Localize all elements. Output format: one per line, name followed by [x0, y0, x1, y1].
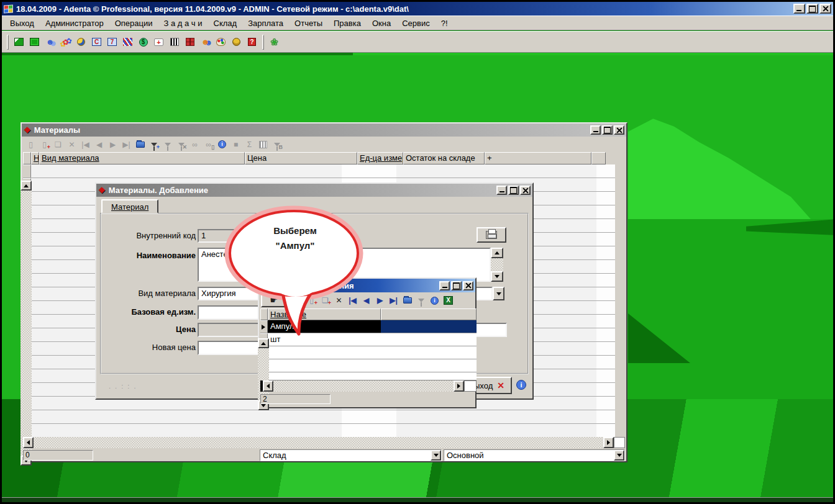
- first-record-icon[interactable]: |◀: [79, 138, 92, 151]
- excel-export-icon[interactable]: X: [442, 294, 455, 307]
- unit-name-cell[interactable]: Ампул: [268, 320, 381, 333]
- help-book-icon[interactable]: ?: [245, 35, 259, 49]
- copy-record-icon[interactable]: ❏+: [319, 294, 332, 307]
- patients-icon[interactable]: ☻: [43, 35, 57, 49]
- scroll-left-button[interactable]: [23, 437, 34, 448]
- open-folder-icon[interactable]: [134, 138, 147, 151]
- unit-row[interactable]: [260, 346, 477, 359]
- unit-name-cell[interactable]: шт: [268, 333, 381, 346]
- close-button[interactable]: [614, 125, 624, 135]
- copy-record-icon[interactable]: ❏: [52, 138, 65, 151]
- palette-icon[interactable]: [214, 35, 228, 49]
- horizontal-scrollbar[interactable]: [23, 437, 614, 448]
- internal-code-field[interactable]: 1: [198, 229, 317, 243]
- prev-record-icon[interactable]: ◀: [360, 294, 373, 307]
- minimize-button[interactable]: [439, 281, 450, 290]
- tab-material[interactable]: Материал: [101, 199, 158, 214]
- stripes-icon[interactable]: [121, 35, 135, 49]
- unit-extra-cell[interactable]: [381, 359, 477, 372]
- schedule-clock-icon[interactable]: [74, 35, 88, 49]
- maximize-button[interactable]: [602, 125, 613, 135]
- unit-name-cell[interactable]: [268, 372, 381, 380]
- info-icon[interactable]: i: [428, 294, 441, 307]
- pricelist-combobox[interactable]: Основной: [444, 449, 625, 461]
- calendar-7-icon[interactable]: 7: [105, 35, 119, 49]
- filter-b-icon[interactable]: B: [270, 138, 283, 151]
- unit-row[interactable]: Ампул: [260, 320, 477, 333]
- print-button[interactable]: [477, 227, 506, 243]
- menu-item[interactable]: Операции: [109, 17, 158, 30]
- toolbar-grip[interactable]: [262, 35, 264, 50]
- minimize-button[interactable]: [793, 4, 805, 14]
- unit-row[interactable]: шт: [260, 333, 477, 346]
- menu-item[interactable]: З а д а ч и: [158, 17, 208, 30]
- stop-icon[interactable]: ■: [229, 138, 242, 151]
- vertical-scrollbar[interactable]: [21, 181, 32, 466]
- unit-name-cell[interactable]: [268, 359, 381, 372]
- delete-record-icon[interactable]: ✕: [332, 294, 345, 307]
- scroll-up-button[interactable]: [258, 338, 269, 348]
- table-row[interactable]: [23, 164, 615, 178]
- maximize-button[interactable]: [451, 281, 462, 290]
- close-button[interactable]: [819, 4, 831, 14]
- edit-image-icon[interactable]: [12, 35, 26, 49]
- name-field-scrollbar[interactable]: [491, 248, 503, 282]
- plugin-flower-icon[interactable]: ❀: [267, 35, 281, 49]
- unit-row[interactable]: [260, 372, 477, 380]
- green-panel-icon[interactable]: [27, 35, 42, 49]
- column-header[interactable]: Остаток на складе: [403, 152, 485, 164]
- minimize-button[interactable]: [496, 186, 507, 195]
- column-header[interactable]: Ед-ца измерения: [357, 152, 403, 164]
- first-aid-icon[interactable]: +: [152, 35, 166, 49]
- menu-item[interactable]: Зарплата: [242, 17, 289, 30]
- barcode-small-icon[interactable]: [257, 138, 270, 151]
- warehouse-combobox[interactable]: Склад: [260, 449, 442, 461]
- column-header[interactable]: [591, 152, 606, 164]
- last-record-icon[interactable]: ▶|: [120, 138, 133, 151]
- column-header[interactable]: Название материала: [31, 152, 39, 164]
- toolbar-grip[interactable]: [7, 35, 9, 50]
- name-field[interactable]: Анестезия: [198, 248, 491, 282]
- scrollbar-track[interactable]: [21, 191, 32, 456]
- unit-extra-cell[interactable]: [381, 333, 477, 346]
- units-titlebar[interactable]: ❖ Единицы измерения: [259, 279, 475, 292]
- column-header[interactable]: Цена: [245, 152, 357, 164]
- holidays-icon[interactable]: ✿: [58, 35, 73, 49]
- column-header[interactable]: +: [485, 152, 591, 164]
- first-record-icon[interactable]: |◀: [346, 294, 359, 307]
- sum-icon[interactable]: Σ: [243, 138, 256, 151]
- minimize-button[interactable]: [590, 125, 601, 135]
- find-replace-icon[interactable]: ∞▯: [202, 138, 215, 151]
- insert-record-icon[interactable]: ▯+: [38, 138, 51, 151]
- delete-record-icon[interactable]: ✕: [65, 138, 78, 151]
- next-record-icon[interactable]: ▶: [106, 138, 119, 151]
- unit-extra-cell[interactable]: [381, 346, 477, 359]
- staff-icon[interactable]: ☻: [198, 35, 212, 49]
- select-record-button[interactable]: ☛: [261, 294, 287, 307]
- scrollbar-track[interactable]: [273, 380, 454, 392]
- open-folder-icon[interactable]: [401, 294, 414, 307]
- cash-register-icon[interactable]: [183, 35, 197, 49]
- scrollbar-track[interactable]: [34, 437, 603, 448]
- menu-item[interactable]: ?!: [436, 17, 454, 30]
- horizontal-scrollbar[interactable]: [260, 380, 477, 392]
- filter-icon[interactable]: [414, 294, 427, 307]
- filter-add-icon[interactable]: +: [147, 138, 160, 151]
- edit-record-icon[interactable]: ✎: [291, 294, 304, 307]
- scrollbar-track[interactable]: [491, 258, 503, 271]
- scroll-up-button[interactable]: [21, 181, 32, 191]
- filter-icon[interactable]: [161, 138, 174, 151]
- unit-row[interactable]: [260, 359, 477, 372]
- barcode-icon[interactable]: [167, 35, 181, 49]
- unit-name-cell[interactable]: [268, 346, 381, 359]
- new-record-icon[interactable]: ▯: [24, 138, 37, 151]
- menu-item[interactable]: Отчеты: [289, 17, 328, 30]
- maximize-button[interactable]: [806, 4, 818, 14]
- close-button[interactable]: [463, 281, 473, 290]
- scroll-down-button[interactable]: [491, 271, 503, 282]
- dialog-titlebar[interactable]: ❖ Материалы. Добавление: [96, 184, 532, 197]
- chevron-down-icon[interactable]: [493, 287, 504, 300]
- calendar-c-icon[interactable]: C: [89, 35, 104, 49]
- column-header[interactable]: Вид материала: [39, 152, 245, 164]
- info-icon[interactable]: i: [216, 138, 229, 151]
